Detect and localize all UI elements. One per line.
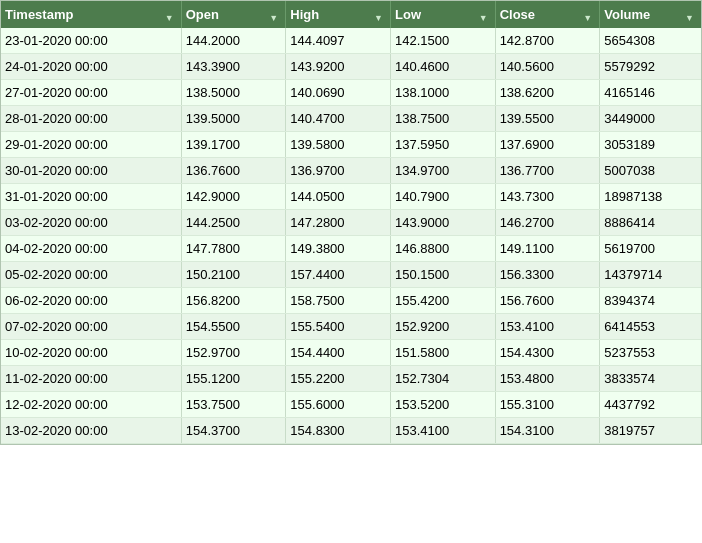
table-row: 12-02-2020 00:00153.7500155.6000153.5200… [1,392,701,418]
table-row: 29-01-2020 00:00139.1700139.5800137.5950… [1,132,701,158]
column-header-close[interactable]: Close [495,1,600,28]
cell-timestamp: 06-02-2020 00:00 [1,288,181,314]
cell-open: 152.9700 [181,340,286,366]
sort-icon-timestamp [165,9,177,21]
cell-close: 140.5600 [495,54,600,80]
column-header-timestamp[interactable]: Timestamp [1,1,181,28]
cell-open: 154.5500 [181,314,286,340]
cell-open: 150.2100 [181,262,286,288]
cell-open: 144.2500 [181,210,286,236]
cell-open: 147.7800 [181,236,286,262]
cell-low: 138.1000 [391,80,496,106]
cell-open: 154.3700 [181,418,286,444]
table-row: 27-01-2020 00:00138.5000140.0690138.1000… [1,80,701,106]
column-header-volume[interactable]: Volume [600,1,701,28]
cell-timestamp: 03-02-2020 00:00 [1,210,181,236]
cell-volume: 4437792 [600,392,701,418]
cell-volume: 18987138 [600,184,701,210]
sort-icon-volume [685,9,697,21]
cell-close: 153.4100 [495,314,600,340]
sort-icon-low [479,9,491,21]
cell-high: 139.5800 [286,132,391,158]
cell-volume: 8886414 [600,210,701,236]
sort-icon-open [269,9,281,21]
cell-open: 143.3900 [181,54,286,80]
cell-volume: 3449000 [600,106,701,132]
cell-high: 144.0500 [286,184,391,210]
cell-timestamp: 05-02-2020 00:00 [1,262,181,288]
table-row: 31-01-2020 00:00142.9000144.0500140.7900… [1,184,701,210]
cell-volume: 5007038 [600,158,701,184]
table-row: 24-01-2020 00:00143.3900143.9200140.4600… [1,54,701,80]
cell-volume: 3053189 [600,132,701,158]
cell-volume: 5579292 [600,54,701,80]
column-label-high: High [290,7,319,22]
table-row: 05-02-2020 00:00150.2100157.4400150.1500… [1,262,701,288]
cell-high: 140.0690 [286,80,391,106]
cell-timestamp: 12-02-2020 00:00 [1,392,181,418]
cell-close: 153.4800 [495,366,600,392]
cell-low: 152.7304 [391,366,496,392]
cell-open: 156.8200 [181,288,286,314]
cell-timestamp: 27-01-2020 00:00 [1,80,181,106]
cell-close: 154.3100 [495,418,600,444]
table-row: 13-02-2020 00:00154.3700154.8300153.4100… [1,418,701,444]
cell-high: 158.7500 [286,288,391,314]
cell-low: 153.5200 [391,392,496,418]
table-row: 07-02-2020 00:00154.5500155.5400152.9200… [1,314,701,340]
cell-low: 134.9700 [391,158,496,184]
cell-low: 151.5800 [391,340,496,366]
column-header-high[interactable]: High [286,1,391,28]
column-label-low: Low [395,7,421,22]
cell-timestamp: 29-01-2020 00:00 [1,132,181,158]
cell-high: 143.9200 [286,54,391,80]
cell-open: 142.9000 [181,184,286,210]
cell-high: 140.4700 [286,106,391,132]
cell-close: 154.4300 [495,340,600,366]
table-row: 11-02-2020 00:00155.1200155.2200152.7304… [1,366,701,392]
table-row: 04-02-2020 00:00147.7800149.3800146.8800… [1,236,701,262]
cell-volume: 6414553 [600,314,701,340]
cell-volume: 3833574 [600,366,701,392]
cell-high: 144.4097 [286,28,391,54]
column-label-timestamp: Timestamp [5,7,73,22]
cell-volume: 4165146 [600,80,701,106]
cell-volume: 3819757 [600,418,701,444]
cell-close: 149.1100 [495,236,600,262]
cell-volume: 8394374 [600,288,701,314]
sort-icon-close [583,9,595,21]
cell-low: 150.1500 [391,262,496,288]
cell-volume: 5654308 [600,28,701,54]
cell-high: 155.2200 [286,366,391,392]
cell-timestamp: 07-02-2020 00:00 [1,314,181,340]
table-row: 10-02-2020 00:00152.9700154.4400151.5800… [1,340,701,366]
cell-close: 138.6200 [495,80,600,106]
cell-timestamp: 24-01-2020 00:00 [1,54,181,80]
cell-high: 147.2800 [286,210,391,236]
cell-close: 146.2700 [495,210,600,236]
cell-low: 138.7500 [391,106,496,132]
cell-volume: 14379714 [600,262,701,288]
cell-timestamp: 30-01-2020 00:00 [1,158,181,184]
cell-volume: 5237553 [600,340,701,366]
sort-icon-high [374,9,386,21]
table-row: 28-01-2020 00:00139.5000140.4700138.7500… [1,106,701,132]
cell-low: 146.8800 [391,236,496,262]
cell-close: 136.7700 [495,158,600,184]
column-header-open[interactable]: Open [181,1,286,28]
data-table: Timestamp Open High Low Close Volume 23-… [0,0,702,445]
cell-close: 155.3100 [495,392,600,418]
cell-open: 138.5000 [181,80,286,106]
cell-close: 156.7600 [495,288,600,314]
cell-timestamp: 31-01-2020 00:00 [1,184,181,210]
cell-open: 155.1200 [181,366,286,392]
cell-close: 156.3300 [495,262,600,288]
table-row: 03-02-2020 00:00144.2500147.2800143.9000… [1,210,701,236]
cell-timestamp: 13-02-2020 00:00 [1,418,181,444]
cell-volume: 5619700 [600,236,701,262]
column-header-low[interactable]: Low [391,1,496,28]
column-label-close: Close [500,7,535,22]
cell-low: 155.4200 [391,288,496,314]
cell-high: 154.4400 [286,340,391,366]
table-row: 23-01-2020 00:00144.2000144.4097142.1500… [1,28,701,54]
